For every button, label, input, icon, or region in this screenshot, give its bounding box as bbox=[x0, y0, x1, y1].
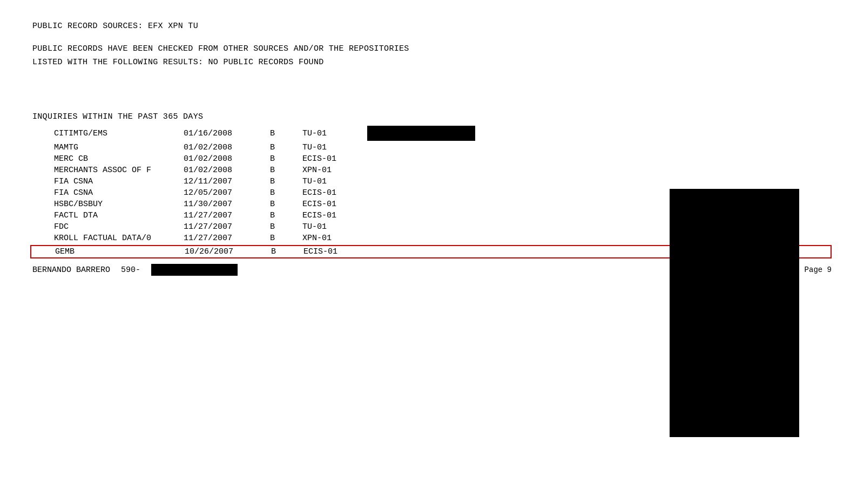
public-record-sources-line: PUBLIC RECORD SOURCES: EFX XPN TU bbox=[32, 22, 832, 31]
large-redacted-block bbox=[670, 189, 799, 437]
inquiry-type: B bbox=[270, 188, 302, 197]
inquiry-row: FIA CSNA12/11/2007BTU-01 bbox=[32, 177, 832, 186]
inquiry-date: 11/27/2007 bbox=[184, 211, 270, 220]
inquiry-name: FIA CSNA bbox=[32, 188, 184, 197]
inquiry-date: 01/02/2008 bbox=[184, 166, 270, 175]
inquiry-source: ECIS-01 bbox=[302, 188, 367, 197]
inquiry-source: XPN-01 bbox=[302, 166, 367, 175]
inquiry-row: CITIMTG/EMS01/16/2008BTU-01 bbox=[32, 126, 832, 141]
inquiry-date: 12/11/2007 bbox=[184, 177, 270, 186]
inquiry-name: FIA CSNA bbox=[32, 177, 184, 186]
inquiry-source: TU-01 bbox=[302, 222, 367, 231]
footer-ssn-redacted bbox=[151, 264, 238, 276]
inquiry-source: ECIS-01 bbox=[302, 154, 367, 164]
inquiry-type: B bbox=[270, 154, 302, 164]
inquiry-source: XPN-01 bbox=[302, 234, 367, 243]
inquiry-name: GEMB bbox=[33, 247, 185, 256]
inquiry-name: MERC CB bbox=[32, 154, 184, 164]
inquiries-title: INQUIRIES WITHIN THE PAST 365 DAYS bbox=[32, 112, 832, 121]
inquiry-source: TU-01 bbox=[302, 143, 367, 152]
inquiry-source: TU-01 bbox=[302, 129, 367, 138]
inquiry-name: CITIMTG/EMS bbox=[32, 129, 184, 138]
public-record-sources-section: PUBLIC RECORD SOURCES: EFX XPN TU PUBLIC… bbox=[32, 22, 832, 67]
inquiry-type: B bbox=[270, 222, 302, 231]
inquiry-date: 01/02/2008 bbox=[184, 154, 270, 164]
inquiry-date: 11/27/2007 bbox=[184, 234, 270, 243]
inquiry-type: B bbox=[270, 211, 302, 220]
inquiry-type: B bbox=[270, 143, 302, 152]
inquiry-name: MERCHANTS ASSOC OF F bbox=[32, 166, 184, 175]
inquiry-date: 11/30/2007 bbox=[184, 200, 270, 209]
public-records-line1: PUBLIC RECORDS HAVE BEEN CHECKED FROM OT… bbox=[32, 44, 832, 53]
inquiry-date: 10/26/2007 bbox=[185, 247, 271, 256]
footer-left: BERNANDO BARRERO 590- bbox=[32, 264, 238, 276]
inquiry-date: 01/16/2008 bbox=[184, 129, 270, 138]
inquiry-type: B bbox=[270, 200, 302, 209]
inquiry-source: ECIS-01 bbox=[302, 200, 367, 209]
inquiry-name: FACTL DTA bbox=[32, 211, 184, 220]
public-records-line2: LISTED WITH THE FOLLOWING RESULTS: NO PU… bbox=[32, 58, 832, 67]
inquiry-row: MERC CB01/02/2008BECIS-01 bbox=[32, 154, 832, 164]
inquiry-name: HSBC/BSBUY bbox=[32, 200, 184, 209]
inquiry-type: B bbox=[270, 234, 302, 243]
inquiry-date: 01/02/2008 bbox=[184, 143, 270, 152]
inquiry-name: FDC bbox=[32, 222, 184, 231]
inquiry-name: KROLL FACTUAL DATA/0 bbox=[32, 234, 184, 243]
inquiry-name: MAMTG bbox=[32, 143, 184, 152]
inquiry-type: B bbox=[270, 129, 302, 138]
inquiry-type: B bbox=[270, 166, 302, 175]
inquiry-source: ECIS-01 bbox=[303, 247, 368, 256]
footer-ssn-prefix: 590- bbox=[121, 265, 140, 275]
inquiry-row: MERCHANTS ASSOC OF F01/02/2008BXPN-01 bbox=[32, 166, 832, 175]
inquiry-date: 11/27/2007 bbox=[184, 222, 270, 231]
inquiry-source: TU-01 bbox=[302, 177, 367, 186]
inquiry-source: ECIS-01 bbox=[302, 211, 367, 220]
inquiry-type: B bbox=[271, 247, 303, 256]
inquiry-redacted-block bbox=[367, 126, 475, 141]
inquiry-date: 12/05/2007 bbox=[184, 188, 270, 197]
inquiry-row: MAMTG01/02/2008BTU-01 bbox=[32, 143, 832, 152]
footer-name: BERNANDO BARRERO bbox=[32, 265, 110, 275]
inquiry-type: B bbox=[270, 177, 302, 186]
